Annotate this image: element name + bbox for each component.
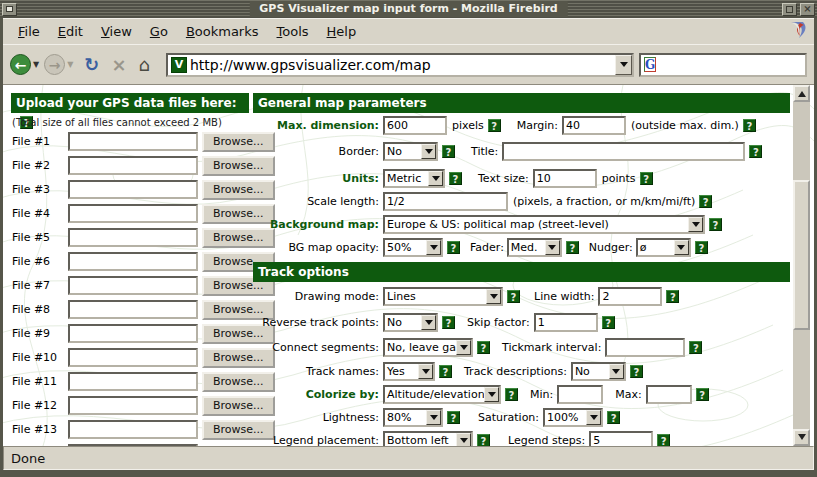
file-input[interactable] <box>68 300 198 319</box>
help-icon[interactable]: ? <box>477 341 490 354</box>
track-names-select[interactable]: Yes <box>383 362 435 381</box>
back-dropdown-icon[interactable]: ▼ <box>33 60 39 69</box>
text-size-input[interactable] <box>533 169 597 188</box>
background-map-select[interactable]: Europe & US: political map (street-level… <box>383 215 705 234</box>
help-icon[interactable]: ? <box>749 145 762 158</box>
search-input[interactable] <box>659 57 817 72</box>
lightness-select[interactable]: 80% <box>383 408 443 427</box>
help-icon[interactable]: ? <box>699 195 712 208</box>
menu-edit[interactable]: Edit <box>49 22 92 41</box>
search-bar[interactable]: G <box>639 53 807 77</box>
help-icon[interactable]: ? <box>607 411 620 424</box>
maximize-button[interactable] <box>782 3 797 16</box>
url-input[interactable] <box>190 57 615 73</box>
help-icon[interactable]: ? <box>439 365 452 378</box>
file-input[interactable] <box>68 372 198 391</box>
url-dropdown-button[interactable] <box>615 55 632 75</box>
skip-factor-input[interactable] <box>534 313 598 332</box>
menu-go[interactable]: Go <box>141 22 177 41</box>
file-input[interactable] <box>68 420 198 439</box>
menu-help[interactable]: Help <box>318 22 366 41</box>
back-button[interactable]: ← <box>10 54 31 75</box>
help-icon[interactable]: ? <box>505 388 518 401</box>
track-descriptions-select[interactable]: No <box>571 362 626 381</box>
help-icon[interactable]: ? <box>442 145 455 158</box>
help-icon[interactable]: ? <box>696 388 709 401</box>
scroll-down-button[interactable] <box>793 429 810 446</box>
window-menu-icon <box>6 6 13 12</box>
menu-view[interactable]: View <box>92 22 141 41</box>
file-input[interactable] <box>68 132 198 151</box>
legend-steps-input[interactable] <box>589 431 653 447</box>
help-icon[interactable]: ? <box>602 316 615 329</box>
colorize-by-select[interactable]: Altitude/elevation <box>383 385 501 404</box>
fader-select[interactable]: Med. <box>507 238 562 257</box>
help-icon[interactable]: ? <box>507 290 520 303</box>
menu-bookmarks[interactable]: Bookmarks <box>177 22 268 41</box>
min-input[interactable] <box>557 385 603 404</box>
scrollbar-thumb[interactable] <box>793 180 810 330</box>
reverse-select[interactable]: No <box>383 313 438 332</box>
scroll-up-button[interactable] <box>793 85 810 102</box>
window-menu-button[interactable] <box>2 3 17 16</box>
file-row: File #7 Browse... <box>12 275 275 296</box>
scale-length-row: Scale length: (pixels, a fraction, or m/… <box>253 191 712 211</box>
home-button[interactable]: ⌂ <box>139 55 150 75</box>
file-input[interactable] <box>68 180 198 199</box>
file-input[interactable] <box>68 228 198 247</box>
reload-button[interactable]: ↻ <box>84 55 99 75</box>
menu-file[interactable]: File <box>9 22 49 41</box>
close-button[interactable]: ⨯ <box>800 3 815 16</box>
file-input[interactable] <box>68 276 198 295</box>
stop-button[interactable]: × <box>111 55 126 75</box>
forward-dropdown-icon[interactable]: ▼ <box>67 60 73 69</box>
help-icon[interactable]: ? <box>447 241 460 254</box>
file-label: File #7 <box>12 279 68 292</box>
help-icon[interactable]: ? <box>630 365 643 378</box>
file-input[interactable] <box>68 252 198 271</box>
bg-opacity-select[interactable]: 50% <box>383 238 443 257</box>
file-input[interactable] <box>68 396 198 415</box>
help-icon[interactable]: ? <box>743 119 756 132</box>
units-select[interactable]: Metric <box>383 169 445 188</box>
file-input[interactable] <box>68 324 198 343</box>
help-icon[interactable]: ? <box>666 290 679 303</box>
forward-button[interactable]: → <box>44 54 65 75</box>
help-icon[interactable]: ? <box>442 316 455 329</box>
help-icon[interactable]: ? <box>566 241 579 254</box>
file-input[interactable] <box>68 204 198 223</box>
legend-placement-select[interactable]: Bottom left <box>383 431 473 447</box>
max-dimension-input[interactable] <box>383 116 447 135</box>
scale-length-input[interactable] <box>383 192 508 211</box>
close-icon: ⨯ <box>803 4 811 14</box>
arrow-down-icon <box>798 434 806 444</box>
file-input[interactable] <box>68 348 198 367</box>
help-icon[interactable]: ? <box>695 241 708 254</box>
title-input[interactable] <box>502 142 745 161</box>
help-icon[interactable]: ? <box>709 218 722 231</box>
help-icon[interactable]: ? <box>689 341 702 354</box>
file-input[interactable] <box>68 156 198 175</box>
general-section-header: General map parameters <box>253 93 790 113</box>
max-input[interactable] <box>646 385 692 404</box>
help-icon[interactable]: ? <box>657 434 670 447</box>
help-icon[interactable]: ? <box>477 434 490 447</box>
help-icon[interactable]: ? <box>488 119 501 132</box>
connect-segments-row: Connect segments: No, leave gap ? Tickma… <box>253 337 702 357</box>
menu-tools[interactable]: Tools <box>268 22 318 41</box>
url-bar[interactable]: V <box>166 53 634 77</box>
file-label: File #6 <box>12 255 68 268</box>
help-icon[interactable]: ? <box>449 172 462 185</box>
connect-segments-select[interactable]: No, leave gap <box>383 338 473 357</box>
border-select[interactable]: No <box>383 142 438 161</box>
margin-label: Margin: <box>517 119 558 132</box>
saturation-select[interactable]: 100% <box>543 408 603 427</box>
vertical-scrollbar[interactable] <box>793 85 810 446</box>
nudger-select[interactable]: ø <box>636 238 691 257</box>
help-icon[interactable]: ? <box>447 411 460 424</box>
line-width-input[interactable] <box>598 287 662 306</box>
help-icon[interactable]: ? <box>640 172 653 185</box>
drawing-mode-select[interactable]: Lines <box>383 287 503 306</box>
tickmark-interval-input[interactable] <box>605 338 685 357</box>
margin-input[interactable] <box>562 116 626 135</box>
